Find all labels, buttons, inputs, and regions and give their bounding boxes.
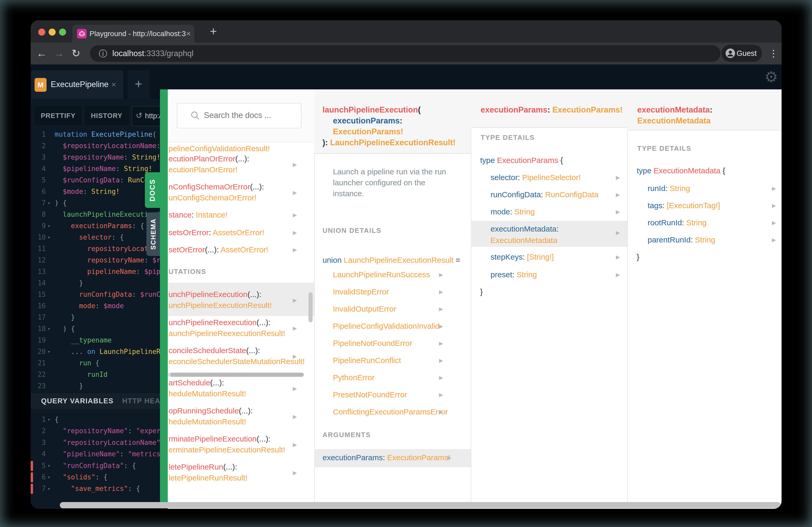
- docs-field-row[interactable]: rootRunId: String: [648, 217, 707, 228]
- playground-tabbar: M ExecutePipeline × +: [31, 64, 168, 99]
- docs-field-row[interactable]: executionMetadata:: [491, 224, 559, 234]
- chevron-right-icon: ▶: [439, 375, 443, 381]
- profile-button[interactable]: Guest: [722, 45, 762, 62]
- reload-icon[interactable]: ↻: [69, 43, 83, 64]
- docs-field-row[interactable]: letePipelineRun(...):: [169, 462, 237, 472]
- docs-field-row[interactable]: ecutionPlanOrError(...):: [169, 154, 249, 164]
- editor-line[interactable]: 20▾ ... on LaunchPipelineRunSuccess {: [31, 346, 168, 357]
- editor-line[interactable]: 22 runId: [31, 369, 168, 380]
- browser-tab[interactable]: Playground - http://localhost:3 ×: [72, 25, 194, 43]
- editor-line[interactable]: 13 pipelineName: $pipelineName: [31, 266, 168, 277]
- editor-line[interactable]: 5▾ "runConfigData": {: [31, 460, 168, 471]
- forward-icon[interactable]: →: [52, 43, 66, 64]
- traffic-minimize-button[interactable]: [49, 29, 56, 35]
- docs-search-input[interactable]: [203, 103, 298, 127]
- docs-hscrollbar-thumb[interactable]: [170, 373, 304, 377]
- docs-field-type[interactable]: letePipelineRunResult!: [169, 473, 248, 483]
- docs-field-row[interactable]: stepKeys: [String!]: [491, 252, 554, 262]
- docs-union-member-row[interactable]: InvalidStepError: [333, 287, 389, 297]
- docs-panel-edge[interactable]: [160, 89, 168, 508]
- editor-line[interactable]: 14 }: [31, 277, 168, 289]
- editor-line[interactable]: 19 __typename: [31, 334, 168, 346]
- docs-vscrollbar-thumb[interactable]: [308, 292, 313, 322]
- docs-field-row[interactable]: artSchedule(...):: [169, 378, 224, 388]
- editor-line[interactable]: 7▾ "save_metrics": {: [31, 483, 168, 494]
- docs-field-row[interactable]: parentRunId: String: [648, 235, 715, 245]
- docs-union-member-row[interactable]: InvalidOutputError: [333, 304, 396, 314]
- docs-field-row[interactable]: setsOrError: AssetsOrError!: [169, 227, 264, 238]
- docs-field-row[interactable]: rminatePipelineExecution(...):: [169, 434, 271, 444]
- tab-query-variables[interactable]: QUERY VARIABLES: [41, 393, 114, 409]
- endpoint-input[interactable]: ↺http://loc: [132, 106, 161, 126]
- docs-field-row[interactable]: tags: [ExecutionTag!]: [648, 200, 720, 211]
- history-button[interactable]: HISTORY: [85, 106, 129, 125]
- editor-line[interactable]: 21 run {: [31, 357, 168, 369]
- playground-tab[interactable]: M ExecutePipeline ×: [31, 70, 123, 99]
- docs-field-row[interactable]: runId: String: [648, 183, 690, 194]
- site-info-icon[interactable]: ⓘ: [99, 45, 107, 62]
- docs-search-box[interactable]: [177, 103, 302, 129]
- docs-field-row[interactable]: concileSchedulerState(...):: [169, 345, 260, 356]
- docs-field-type[interactable]: erminatePipelineExecutionResult!: [169, 445, 285, 455]
- docs-header-line: ExecutionMetadata: [637, 116, 711, 126]
- docs-item-partial[interactable]: pelineConfigValidationResult!: [169, 144, 270, 154]
- docs-field-row[interactable]: stance: Instance!: [169, 210, 228, 220]
- query-editor[interactable]: 1mutation ExecutePipeline(2 $repositoryL…: [31, 99, 168, 509]
- docs-field-row[interactable]: unchPipelineExecution(...):: [169, 289, 261, 300]
- editor-line[interactable]: 3 $repositoryName: String!: [31, 151, 168, 163]
- docs-union-member-row[interactable]: PipelineConfigValidationInvalid: [333, 321, 439, 331]
- address-bar[interactable]: ⓘ localhost:3333/graphql: [90, 45, 721, 62]
- editor-line[interactable]: 12 repositoryName: $repositoryName: [31, 254, 168, 266]
- docs-union-member-row[interactable]: LaunchPipelineRunSuccess: [333, 270, 430, 280]
- editor-line[interactable]: 2 "repositoryName": "exper: [31, 425, 168, 437]
- editor-line[interactable]: 1mutation ExecutePipeline(: [31, 129, 168, 140]
- docs-field-row[interactable]: mode: String: [491, 207, 535, 217]
- docs-field-row[interactable]: setOrError(...): AssetOrError!: [169, 244, 268, 255]
- docs-field-type[interactable]: unConfigSchemaOrError!: [169, 193, 257, 203]
- docs-field-row[interactable]: opRunningSchedule(...):: [169, 406, 253, 416]
- traffic-zoom-button[interactable]: [59, 29, 66, 35]
- docs-union-member-row[interactable]: PipelineRunConflict: [333, 355, 401, 366]
- docs-field-row[interactable]: unchPipelineReexecution(...):: [169, 317, 271, 328]
- settings-gear-icon[interactable]: ⚙: [762, 64, 780, 89]
- editor-line[interactable]: 15 runConfigData: $runConfigData: [31, 289, 168, 300]
- horizontal-scrollbar-thumb[interactable]: [60, 502, 781, 508]
- editor-line[interactable]: 4 "pipelineName": "metrics: [31, 448, 168, 460]
- docs-field-row[interactable]: selector: PipelineSelector!: [491, 172, 581, 183]
- editor-line[interactable]: 18▾ ) {: [31, 323, 168, 334]
- docs-argument-row[interactable]: executionParams: ExecutionParams!: [322, 452, 450, 463]
- editor-line[interactable]: 17 }: [31, 312, 168, 323]
- editor-line[interactable]: 6▾ "solids": {: [31, 471, 168, 483]
- docs-field-type[interactable]: heduleMutationResult!: [169, 417, 246, 427]
- editor-line[interactable]: 2 $repositoryLocationName: String!: [31, 140, 168, 151]
- docs-field-type[interactable]: heduleMutationResult!: [169, 389, 246, 399]
- browser-menu-icon[interactable]: ⋮: [768, 43, 779, 64]
- docs-union-member-row[interactable]: PythonError: [333, 372, 375, 383]
- editor-line[interactable]: 3 "repositoryLocationName": [31, 437, 168, 448]
- new-tab-button[interactable]: +: [204, 22, 222, 40]
- docs-union-member-row[interactable]: ConflictingExecutionParamsError: [333, 407, 448, 417]
- playground-new-tab-button[interactable]: +: [128, 70, 149, 99]
- browser-tab-close-icon[interactable]: ×: [186, 25, 191, 43]
- docs-field-row[interactable]: nConfigSchemaOrError(...):: [169, 182, 264, 192]
- docs-field-type[interactable]: econcileSchedulerStateMutationResult!: [169, 356, 305, 367]
- docs-field-type[interactable]: aunchPipelineReexecutionResult!: [169, 328, 285, 338]
- docs-union-member-row[interactable]: PresetNotFoundError: [333, 390, 407, 400]
- refresh-icon[interactable]: ↺: [136, 111, 142, 120]
- editor-line[interactable]: 1▾{: [31, 414, 168, 425]
- docs-union-member-row[interactable]: PipelineNotFoundError: [333, 338, 412, 348]
- editor-line[interactable]: 23 }: [31, 380, 168, 392]
- prettify-button[interactable]: PRETTIFY: [34, 106, 82, 125]
- editor-line[interactable]: 16 mode: $mode: [31, 300, 168, 312]
- docs-field-type[interactable]: ecutionPlanOrError!: [169, 165, 237, 175]
- playground-tab-close-icon[interactable]: ×: [111, 70, 116, 99]
- traffic-close-button[interactable]: [38, 29, 45, 35]
- back-icon[interactable]: ←: [34, 43, 49, 64]
- docs-field-type[interactable]: unchPipelineExecutionResult!: [169, 300, 272, 311]
- tab-docs[interactable]: DOCS: [145, 172, 160, 208]
- docs-field-row[interactable]: runConfigData: RunConfigData: [491, 190, 598, 200]
- tab-schema[interactable]: SCHEMA: [146, 212, 160, 256]
- chevron-right-icon: ▶: [293, 386, 297, 392]
- docs-field-type[interactable]: ExecutionMetadata: [491, 235, 557, 245]
- docs-field-row[interactable]: preset: String: [491, 270, 537, 280]
